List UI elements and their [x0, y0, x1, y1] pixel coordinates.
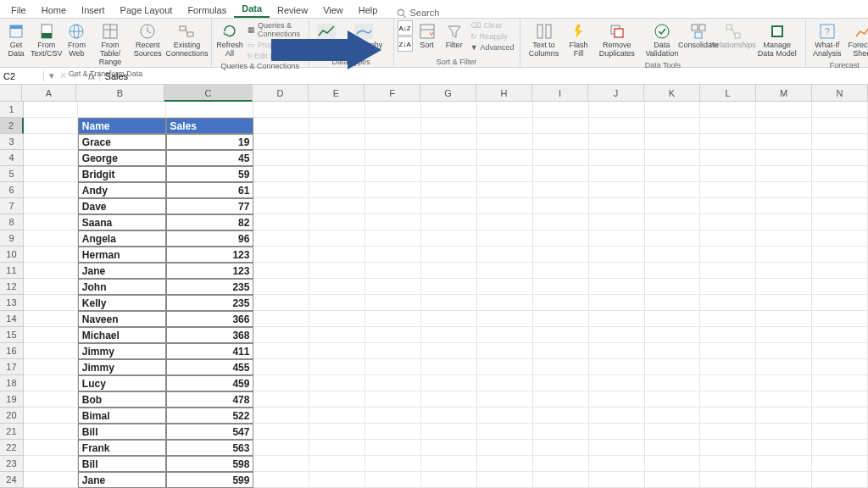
- cell-C9[interactable]: 96: [166, 230, 254, 247]
- cell-C8[interactable]: 82: [166, 214, 254, 230]
- row-header-10[interactable]: 10: [0, 247, 24, 263]
- cell-F15[interactable]: [365, 327, 421, 343]
- cell-F17[interactable]: [365, 359, 421, 375]
- col-header-L[interactable]: L: [700, 85, 756, 102]
- col-header-M[interactable]: M: [756, 85, 812, 102]
- cell-J9[interactable]: [589, 230, 645, 247]
- cell-H2[interactable]: [477, 118, 533, 134]
- tab-file[interactable]: File: [3, 3, 34, 18]
- cell-F9[interactable]: [365, 230, 421, 247]
- cell-D9[interactable]: [253, 230, 309, 247]
- cell-G5[interactable]: [421, 166, 477, 182]
- from-text-csv-button[interactable]: From Text/CSV: [31, 20, 62, 60]
- cell-I13[interactable]: [533, 295, 589, 311]
- search-box[interactable]: Search: [385, 8, 439, 18]
- col-header-C[interactable]: C: [164, 85, 253, 102]
- cell-L17[interactable]: [700, 359, 756, 375]
- cell-I20[interactable]: [533, 408, 589, 424]
- row-header-9[interactable]: 9: [0, 230, 24, 247]
- cell-N20[interactable]: [812, 408, 868, 424]
- cell-G16[interactable]: [421, 343, 477, 359]
- cell-F1[interactable]: [365, 102, 421, 118]
- cell-F10[interactable]: [365, 247, 421, 263]
- row-header-5[interactable]: 5: [0, 166, 24, 182]
- tab-formulas[interactable]: Formulas: [180, 3, 234, 18]
- tab-help[interactable]: Help: [351, 3, 386, 18]
- row-header-22[interactable]: 22: [0, 440, 24, 456]
- cell-G15[interactable]: [421, 327, 477, 343]
- col-header-H[interactable]: H: [476, 85, 532, 102]
- cell-G2[interactable]: [421, 118, 477, 134]
- cell-J10[interactable]: [589, 247, 645, 263]
- cell-A15[interactable]: [24, 327, 78, 343]
- cell-N1[interactable]: [812, 102, 868, 118]
- row-header-17[interactable]: 17: [0, 359, 24, 375]
- cell-C4[interactable]: 45: [166, 150, 254, 166]
- cell-E1[interactable]: [309, 102, 365, 118]
- cell-K22[interactable]: [645, 440, 701, 456]
- cell-D24[interactable]: [253, 472, 309, 488]
- row-header-6[interactable]: 6: [0, 182, 24, 198]
- cell-B1[interactable]: [78, 102, 166, 118]
- cell-K5[interactable]: [645, 166, 701, 182]
- cell-J20[interactable]: [589, 408, 645, 424]
- cell-H3[interactable]: [477, 134, 533, 150]
- cell-F8[interactable]: [365, 214, 421, 230]
- from-table-range-button[interactable]: From Table/ Range: [91, 20, 129, 69]
- cell-L8[interactable]: [700, 214, 756, 230]
- cell-N4[interactable]: [812, 150, 868, 166]
- cell-N5[interactable]: [812, 166, 868, 182]
- cell-H19[interactable]: [477, 391, 533, 408]
- cell-M6[interactable]: [756, 182, 812, 198]
- cell-E23[interactable]: [309, 456, 365, 472]
- cell-J23[interactable]: [589, 456, 645, 472]
- cell-J8[interactable]: [589, 214, 645, 230]
- col-header-A[interactable]: A: [22, 85, 76, 102]
- cell-G4[interactable]: [421, 150, 477, 166]
- cell-E6[interactable]: [309, 182, 365, 198]
- cell-B9[interactable]: Angela: [78, 230, 166, 247]
- cell-E15[interactable]: [309, 327, 365, 343]
- cell-E10[interactable]: [309, 247, 365, 263]
- cell-I1[interactable]: [533, 102, 589, 118]
- cell-D12[interactable]: [253, 279, 309, 295]
- cell-K3[interactable]: [645, 134, 701, 150]
- cell-F6[interactable]: [365, 182, 421, 198]
- cancel-icon[interactable]: ✕: [59, 70, 67, 81]
- refresh-all-button[interactable]: Refresh All: [215, 20, 244, 60]
- cell-H6[interactable]: [477, 182, 533, 198]
- row-header-1[interactable]: 1: [0, 102, 24, 118]
- cell-B11[interactable]: Jane: [78, 263, 166, 279]
- relationships-button[interactable]: Relationships: [715, 20, 750, 52]
- cell-M12[interactable]: [756, 279, 812, 295]
- cell-N15[interactable]: [812, 327, 868, 343]
- cell-E24[interactable]: [309, 472, 365, 488]
- cell-A17[interactable]: [24, 359, 78, 375]
- row-header-3[interactable]: 3: [0, 134, 24, 150]
- properties-button[interactable]: ▭Properties: [246, 40, 305, 50]
- cell-K24[interactable]: [645, 472, 701, 488]
- cell-E11[interactable]: [309, 263, 365, 279]
- stocks-type-button[interactable]: Stocks: [313, 20, 341, 52]
- existing-connections-button[interactable]: Existing Connections: [166, 20, 208, 60]
- cell-M21[interactable]: [756, 424, 812, 440]
- tab-home[interactable]: Home: [34, 3, 74, 18]
- cell-C19[interactable]: 478: [166, 391, 254, 408]
- row-header-15[interactable]: 15: [0, 327, 24, 343]
- cell-D7[interactable]: [253, 198, 309, 214]
- cell-E4[interactable]: [309, 150, 365, 166]
- cell-B13[interactable]: Kelly: [78, 295, 166, 311]
- cell-M24[interactable]: [756, 472, 812, 488]
- cell-C15[interactable]: 368: [166, 327, 254, 343]
- tab-page-layout[interactable]: Page Layout: [113, 3, 181, 18]
- cell-G17[interactable]: [421, 359, 477, 375]
- cell-N14[interactable]: [812, 311, 868, 327]
- cell-G1[interactable]: [421, 102, 477, 118]
- cell-F19[interactable]: [365, 391, 421, 408]
- from-web-button[interactable]: From Web: [64, 20, 89, 60]
- cell-I7[interactable]: [533, 198, 589, 214]
- cell-N18[interactable]: [812, 375, 868, 391]
- cell-N19[interactable]: [812, 391, 868, 408]
- cell-J13[interactable]: [589, 295, 645, 311]
- cell-H7[interactable]: [477, 198, 533, 214]
